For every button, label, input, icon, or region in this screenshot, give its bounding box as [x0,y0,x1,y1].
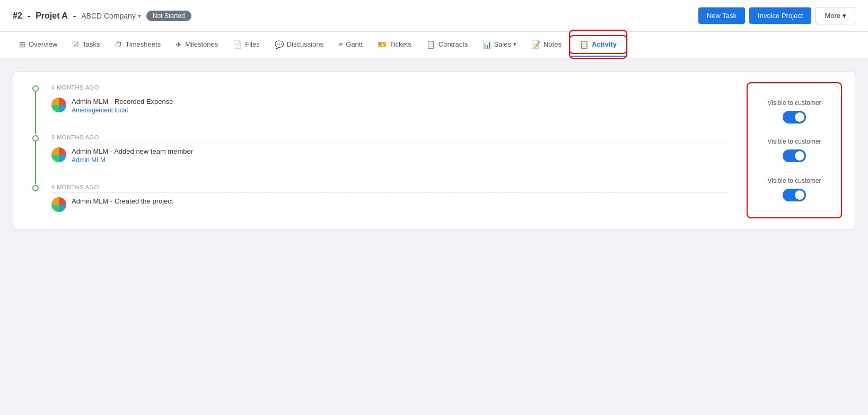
status-badge[interactable]: Not Started [146,11,191,21]
nav-item-gantt[interactable]: ≡ Gantt [332,32,369,58]
avatar-2 [51,197,66,212]
activity-subtitle-0: Aménagement local [72,107,727,114]
milestones-icon: ✈ [176,40,182,49]
visible-section-0: Visible to customer [756,99,832,123]
contracts-icon: 📋 [426,40,435,49]
activity-title-2: Admin MLM - Created the project [72,197,727,205]
nav-item-sales[interactable]: 📊 Sales ▾ [476,32,523,58]
nav-bar: ⊞ Overview ☑ Tasks ⏱ Timesheets ✈ Milest… [0,32,868,58]
activity-details-1: Admin MLM - Added new team member Admin … [72,147,727,164]
activity-row-2: Admin MLM - Created the project [51,197,727,212]
tickets-icon: 🎫 [378,40,387,49]
nav-label-notes: Notes [543,40,562,48]
overview-icon: ⊞ [19,40,25,49]
dash2: - [73,11,76,21]
nav-label-contracts: Contracts [439,40,468,48]
discussions-icon: 💬 [275,40,284,49]
activity-card: 4 MONTHS AGO Admin MLM - Recorded Expens… [13,71,855,229]
gantt-icon: ≡ [338,40,343,49]
timeline-item-1: 9 MONTHS AGO Admin MLM - Added new team … [30,134,727,184]
project-number: #2 [13,11,22,21]
visible-label-1: Visible to customer [767,138,821,145]
nav-label-activity: Activity [592,40,617,48]
nav-label-tickets: Tickets [390,40,411,48]
header-left: #2 - Projet A - ABCD Company ▾ Not Start… [13,11,191,21]
activity-details-2: Admin MLM - Created the project [72,197,727,205]
toggle-1[interactable] [783,149,806,162]
timeline-left-0 [30,84,41,134]
timeline-content-0: 4 MONTHS AGO Admin MLM - Recorded Expens… [51,84,727,134]
timeline-line-0 [35,92,36,134]
timeline-content-2: 9 MONTHS AGO Admin MLM - Created the pro… [51,184,727,216]
nav-label-discussions: Discussions [287,40,323,48]
company-chevron-icon: ▾ [138,12,141,20]
timeline: 4 MONTHS AGO Admin MLM - Recorded Expens… [13,84,855,216]
visible-section-2: Visible to customer [756,177,832,201]
new-task-button[interactable]: New Task [698,7,745,24]
nav-item-milestones[interactable]: ✈ Milestones [169,32,224,58]
timeline-left-1 [30,134,41,184]
visible-section-1: Visible to customer [756,138,832,162]
top-header: #2 - Projet A - ABCD Company ▾ Not Start… [0,0,868,32]
notes-icon: 📝 [531,40,540,49]
sales-icon: 📊 [483,40,492,49]
timesheets-icon: ⏱ [115,40,122,49]
toggle-thumb-2 [795,190,804,200]
timeline-dot-1 [32,135,39,142]
timeline-dot-0 [32,85,39,92]
timeline-content-1: 9 MONTHS AGO Admin MLM - Added new team … [51,134,727,184]
toggle-track-0 [783,111,806,123]
dash1: - [28,11,30,21]
nav-label-sales: Sales [494,40,511,48]
activity-icon: 📋 [580,40,589,49]
activity-subtitle-1: Admin MLM [72,156,727,164]
more-chevron-icon: ▾ [843,12,846,20]
timeline-item-2: 9 MONTHS AGO Admin MLM - Created the pro… [30,184,727,216]
nav-label-files: Files [245,40,259,48]
activity-title-1: Admin MLM - Added new team member [72,147,727,155]
project-company[interactable]: ABCD Company ▾ [81,12,141,20]
avatar-0 [51,98,66,112]
activity-row-0: Admin MLM - Recorded Expense Aménagement… [51,98,727,114]
timeline-dot-2 [32,185,39,191]
nav-item-contracts[interactable]: 📋 Contracts [420,32,475,58]
visible-to-customer-panel: Visible to customer Visible to customer … [747,82,842,218]
toggle-thumb-0 [795,112,804,122]
activity-row-1: Admin MLM - Added new team member Admin … [51,147,727,164]
avatar-1 [51,147,66,162]
activity-title-0: Admin MLM - Recorded Expense [72,98,727,105]
nav-item-tasks[interactable]: ☑ Tasks [66,32,106,58]
tasks-icon: ☑ [72,40,79,49]
toggle-track-2 [783,189,806,201]
files-icon: 📄 [233,40,242,49]
toggle-0[interactable] [783,111,806,123]
more-button[interactable]: More ▾ [816,7,855,24]
nav-label-milestones: Milestones [185,40,218,48]
nav-label-tasks: Tasks [82,40,100,48]
nav-item-notes[interactable]: 📝 Notes [525,32,568,58]
nav-item-files[interactable]: 📄 Files [226,32,266,58]
invoice-project-button[interactable]: Invoice Project [749,7,811,24]
header-right: New Task Invoice Project More ▾ [698,7,855,24]
activity-details-0: Admin MLM - Recorded Expense Aménagement… [72,98,727,114]
nav-item-timesheets[interactable]: ⏱ Timesheets [108,32,167,58]
toggle-2[interactable] [783,189,806,201]
nav-item-tickets[interactable]: 🎫 Tickets [371,32,418,58]
timeline-line-1 [35,142,36,184]
nav-item-activity[interactable]: 📋 Activity [570,32,626,58]
nav-label-timesheets: Timesheets [125,40,161,48]
timeline-item-0: 4 MONTHS AGO Admin MLM - Recorded Expens… [30,84,727,134]
visible-label-0: Visible to customer [767,99,821,107]
project-name: Projet A [36,11,68,21]
nav-item-discussions[interactable]: 💬 Discussions [268,32,330,58]
nav-label-overview: Overview [29,40,57,48]
timeline-left-2 [30,184,41,216]
timeline-time-0: 4 MONTHS AGO [51,84,727,93]
sales-chevron-icon: ▾ [513,41,516,48]
nav-label-gantt: Gantt [346,40,363,48]
toggle-track-1 [783,149,806,162]
visible-label-2: Visible to customer [767,177,821,184]
nav-item-overview[interactable]: ⊞ Overview [13,32,64,58]
timeline-time-1: 9 MONTHS AGO [51,134,727,143]
timeline-time-2: 9 MONTHS AGO [51,184,727,193]
